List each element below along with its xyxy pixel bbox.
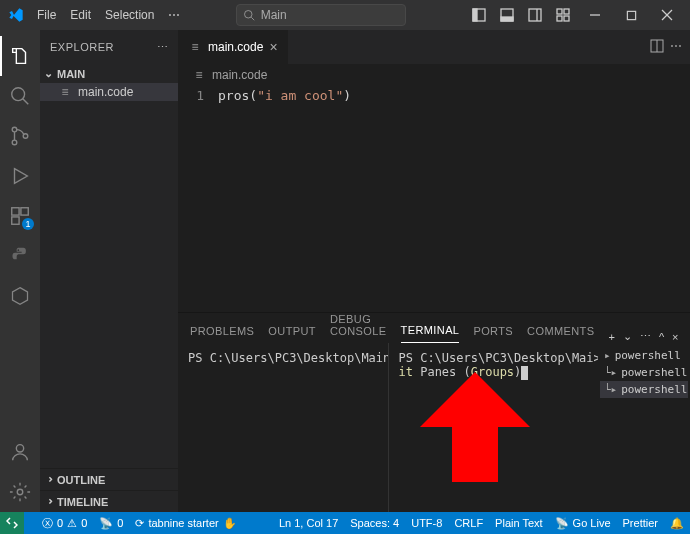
svg-rect-6 [529, 9, 541, 21]
svg-rect-10 [557, 16, 562, 21]
split-editor-icon[interactable] [650, 39, 664, 56]
file-icon: ≡ [58, 85, 72, 99]
activity-search-icon[interactable] [0, 76, 40, 116]
broadcast-icon: 📡 [555, 517, 569, 530]
extensions-badge: 1 [22, 218, 34, 230]
terminal-item-2[interactable]: └▸powershell [600, 364, 688, 381]
activity-hex-icon[interactable] [0, 276, 40, 316]
file-icon: ≡ [188, 40, 202, 54]
status-bar: ⓧ0 ⚠0 📡0 ⟳tabnine starter✋ Ln 1, Col 17 … [0, 512, 690, 534]
panel-tab-bar: PROBLEMS OUTPUT DEBUG CONSOLE TERMINAL P… [178, 313, 690, 343]
status-prettier[interactable]: Prettier [623, 517, 658, 530]
status-language[interactable]: Plain Text [495, 517, 543, 530]
close-icon[interactable]: × [269, 39, 277, 55]
section-outline[interactable]: ⌄ OUTLINE [40, 468, 178, 490]
remote-indicator[interactable] [0, 512, 24, 534]
layout-sidebar-right-icon[interactable] [522, 0, 548, 30]
svg-point-24 [16, 445, 23, 452]
terminal-item-3[interactable]: └▸powershell [600, 381, 688, 398]
menu-selection[interactable]: Selection [98, 0, 161, 30]
terminal-icon: ▸ [604, 349, 611, 362]
chevron-down-icon: ⌄ [44, 67, 53, 80]
activity-run-debug-icon[interactable] [0, 156, 40, 196]
file-icon: ≡ [192, 68, 206, 82]
panel-tab-problems[interactable]: PROBLEMS [190, 325, 254, 343]
sidebar: EXPLORER ⋯ ⌄ MAIN ≡ main.code ⌄ OUTLINE … [40, 30, 178, 512]
status-line-col[interactable]: Ln 1, Col 17 [279, 517, 338, 530]
svg-line-17 [23, 99, 29, 105]
chevron-right-icon: ⌄ [42, 497, 55, 506]
command-center-search[interactable]: Main [236, 4, 406, 26]
titlebar: File Edit Selection ⋯ Main [0, 0, 690, 30]
status-spaces[interactable]: Spaces: 4 [350, 517, 399, 530]
terminal-icon: └▸ [604, 366, 617, 379]
customize-layout-icon[interactable] [550, 0, 576, 30]
close-panel-icon[interactable]: × [672, 331, 678, 343]
svg-point-25 [17, 489, 23, 495]
status-eol[interactable]: CRLF [454, 517, 483, 530]
menu-file[interactable]: File [30, 0, 63, 30]
panel-tab-debug-console[interactable]: DEBUG CONSOLE [330, 313, 387, 343]
error-icon: ⓧ [42, 516, 53, 531]
window-close-icon[interactable] [650, 0, 684, 30]
svg-rect-13 [627, 11, 635, 19]
new-terminal-icon[interactable]: + [608, 331, 614, 343]
panel: PROBLEMS OUTPUT DEBUG CONSOLE TERMINAL P… [178, 312, 690, 512]
status-problems[interactable]: ⓧ0 ⚠0 [42, 516, 87, 531]
svg-point-16 [12, 88, 25, 101]
section-timeline[interactable]: ⌄ TIMELINE [40, 490, 178, 512]
terminal-pane-2[interactable]: PS C:\Users\PC3\Desktop\Mai> Spl it Pane… [389, 343, 599, 512]
status-ports[interactable]: 📡0 [99, 517, 123, 530]
line-number: 1 [178, 88, 218, 312]
svg-point-20 [23, 134, 28, 139]
panel-tab-terminal[interactable]: TERMINAL [401, 324, 460, 343]
svg-point-0 [244, 11, 252, 19]
file-main-code[interactable]: ≡ main.code [40, 83, 178, 101]
terminal-item-1[interactable]: ▸powershell [600, 347, 688, 364]
panel-tab-comments[interactable]: COMMENTS [527, 325, 594, 343]
activity-python-icon[interactable] [0, 236, 40, 276]
svg-rect-3 [473, 9, 477, 21]
sidebar-title: EXPLORER ⋯ [40, 30, 178, 64]
activity-bar: 1 [0, 30, 40, 512]
terminal-pane-1[interactable]: PS C:\Users\PC3\Desktop\Main> [178, 343, 389, 512]
activity-extensions-icon[interactable]: 1 [0, 196, 40, 236]
editor-area: ≡ main.code × ⋯ ≡ main.code 1 pros("i am… [178, 30, 690, 512]
layout-panel-icon[interactable] [494, 0, 520, 30]
breadcrumb[interactable]: ≡ main.code [178, 64, 690, 86]
sidebar-more-icon[interactable]: ⋯ [157, 41, 169, 54]
terminal-list: ▸powershell └▸powershell └▸powershell [598, 343, 690, 512]
window-maximize-icon[interactable] [614, 0, 648, 30]
status-notifications-icon[interactable]: 🔔 [670, 517, 684, 530]
svg-point-18 [12, 127, 17, 132]
status-tabnine[interactable]: ⟳tabnine starter✋ [135, 517, 236, 530]
activity-settings-icon[interactable] [0, 472, 40, 512]
svg-rect-11 [564, 16, 569, 21]
svg-rect-21 [12, 208, 19, 215]
activity-account-icon[interactable] [0, 432, 40, 472]
svg-line-1 [251, 17, 254, 20]
panel-more-icon[interactable]: ⋯ [640, 330, 651, 343]
warning-icon: ⚠ [67, 517, 77, 530]
svg-rect-22 [21, 208, 28, 215]
svg-rect-9 [564, 9, 569, 14]
editor-content[interactable]: 1 pros("i am cool") [178, 86, 690, 312]
menu-overflow[interactable]: ⋯ [161, 0, 187, 30]
activity-explorer-icon[interactable] [0, 36, 40, 76]
maximize-panel-icon[interactable]: ^ [659, 331, 664, 343]
layout-sidebar-left-icon[interactable] [466, 0, 492, 30]
tab-bar: ≡ main.code × ⋯ [178, 30, 690, 64]
menu-edit[interactable]: Edit [63, 0, 98, 30]
folder-root[interactable]: ⌄ MAIN [40, 64, 178, 83]
terminal-dropdown-icon[interactable]: ⌄ [623, 330, 632, 343]
editor-more-icon[interactable]: ⋯ [670, 39, 682, 56]
tab-main-code[interactable]: ≡ main.code × [178, 30, 289, 64]
search-text: Main [261, 8, 287, 22]
activity-source-control-icon[interactable] [0, 116, 40, 156]
panel-tab-output[interactable]: OUTPUT [268, 325, 316, 343]
radio-tower-icon: 📡 [99, 517, 113, 530]
window-minimize-icon[interactable] [578, 0, 612, 30]
status-encoding[interactable]: UTF-8 [411, 517, 442, 530]
status-go-live[interactable]: 📡Go Live [555, 517, 611, 530]
panel-tab-ports[interactable]: PORTS [473, 325, 513, 343]
